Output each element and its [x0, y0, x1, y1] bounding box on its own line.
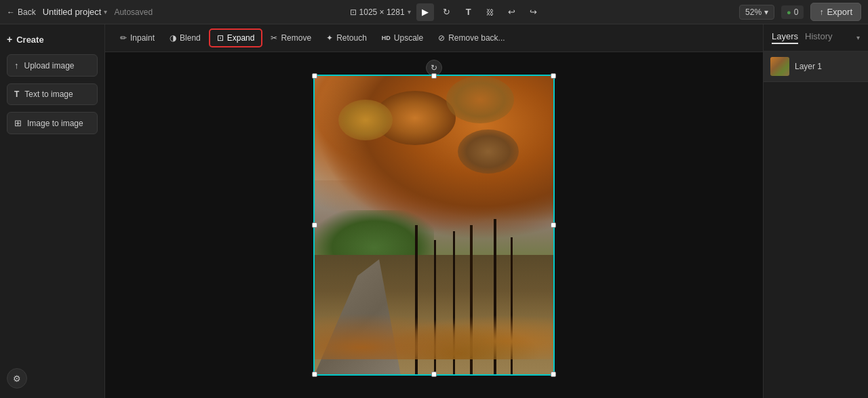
- text-to-image-label: Text to image: [24, 89, 73, 99]
- refresh-button[interactable]: ↻: [438, 3, 456, 21]
- resize-handle-bottom-center[interactable]: [431, 372, 437, 377]
- layer-item[interactable]: Layer 1: [764, 52, 868, 82]
- wand-icon: ✦: [326, 33, 333, 43]
- text-tool-button[interactable]: T: [460, 3, 477, 21]
- resize-handle-bottom-right[interactable]: [551, 372, 556, 377]
- chevron-down-icon-dim: [408, 8, 411, 16]
- chevron-down-icon-panel: ▾: [856, 34, 860, 41]
- remove-bg-label: Remove back...: [448, 33, 505, 43]
- text-to-image-button[interactable]: T Text to image: [7, 83, 98, 105]
- upload-image-button[interactable]: ↑ Upload image: [7, 54, 98, 77]
- layer-name-label: Layer 1: [795, 62, 822, 71]
- canvas-content: ↻: [313, 75, 555, 376]
- expand-button[interactable]: ⊡ Expand: [209, 28, 263, 47]
- image-frame[interactable]: [313, 75, 555, 376]
- play-button[interactable]: ▶: [416, 3, 434, 21]
- inpaint-button[interactable]: ✏ Inpaint: [113, 30, 161, 46]
- upscale-label: Upscale: [394, 33, 423, 43]
- dimensions-label: 1025 × 1281: [359, 7, 405, 17]
- topbar-center: ⊡ 1025 × 1281 ▶ ↻ T ⛓ ↩ ↪: [350, 3, 542, 21]
- main-content: + Create ↑ Upload image T Text to image …: [0, 24, 868, 398]
- leaf-cluster-3: [338, 100, 393, 140]
- redo-button[interactable]: ↪: [525, 3, 542, 21]
- remove-label: Remove: [281, 33, 311, 43]
- tool-bar: ✏ Inpaint ◑ Blend ⊡ Expand ✂ Remove ✦ Re…: [105, 24, 763, 52]
- frame-icon: ⊡: [350, 7, 357, 17]
- canvas-wrapper[interactable]: ↻: [105, 52, 763, 398]
- resize-handle-middle-right[interactable]: [551, 222, 556, 228]
- layer-thumb-image: [770, 57, 789, 76]
- zoom-control[interactable]: 52%: [739, 5, 774, 20]
- upload-image-label: Upload image: [24, 61, 75, 71]
- history-tab[interactable]: History: [805, 31, 832, 44]
- plus-icon: +: [7, 34, 12, 45]
- refresh-icon: ↻: [443, 7, 450, 17]
- inpaint-label: Inpaint: [130, 33, 155, 43]
- blend-button[interactable]: ◑ Blend: [163, 30, 208, 46]
- layers-tab[interactable]: Layers: [772, 31, 798, 44]
- user-icon: ●: [787, 8, 791, 16]
- leaf-cluster-4: [458, 130, 519, 174]
- export-icon: ↑: [819, 7, 823, 17]
- resize-handle-bottom-left[interactable]: [312, 372, 317, 377]
- remove-bg-button[interactable]: ⊘ Remove back...: [431, 30, 511, 46]
- export-button[interactable]: ↑ Export: [810, 3, 861, 21]
- text-to-image-icon: T: [14, 89, 19, 99]
- layers-tab-label: Layers: [772, 31, 798, 41]
- canvas-dimensions: ⊡ 1025 × 1281: [350, 7, 411, 17]
- expand-icon: ⊡: [217, 33, 224, 43]
- fallen-leaves: [315, 300, 553, 359]
- chevron-down-icon: [104, 8, 107, 16]
- play-icon: ▶: [422, 7, 429, 17]
- resize-handle-top-left[interactable]: [312, 73, 317, 79]
- blend-icon: ◑: [170, 33, 176, 43]
- upscale-button[interactable]: HD Upscale: [375, 30, 430, 46]
- layer-thumbnail: [770, 57, 789, 76]
- left-sidebar: + Create ↑ Upload image T Text to image …: [0, 24, 105, 398]
- image-to-image-icon: ⊞: [14, 118, 22, 128]
- top-bar: Back Untitled project Autosaved ⊡ 1025 ×…: [0, 0, 868, 24]
- scissors-icon: ✂: [271, 33, 277, 43]
- topbar-right: 52% ● 0 ↑ Export: [739, 3, 861, 21]
- project-name-label: Untitled project: [43, 7, 102, 17]
- canvas-area: ✏ Inpaint ◑ Blend ⊡ Expand ✂ Remove ✦ Re…: [105, 24, 763, 398]
- project-name[interactable]: Untitled project: [43, 7, 108, 17]
- upload-icon: ↑: [14, 60, 19, 71]
- resize-handle-top-right[interactable]: [551, 73, 556, 79]
- leaf-cluster-2: [446, 76, 514, 123]
- toolbar-icons: ▶ ↻ T ⛓ ↩ ↪: [416, 3, 542, 21]
- retouch-button[interactable]: ✦ Retouch: [319, 30, 374, 46]
- image-to-image-label: Image to image: [27, 119, 83, 128]
- back-button[interactable]: Back: [7, 7, 36, 17]
- resize-handle-middle-left[interactable]: [312, 222, 317, 228]
- panel-tabs: Layers History: [772, 31, 832, 44]
- sidebar-footer: ⚙: [7, 368, 98, 389]
- back-label: Back: [18, 7, 36, 17]
- retouch-label: Retouch: [336, 33, 367, 43]
- undo-icon: ↩: [508, 7, 515, 17]
- image-to-image-button[interactable]: ⊞ Image to image: [7, 112, 98, 134]
- redo-icon: ↪: [530, 7, 537, 17]
- arrow-left-icon: [7, 7, 15, 17]
- chevron-down-icon-zoom: [764, 7, 768, 17]
- right-panel: Layers History ▾ Layer 1: [763, 24, 868, 398]
- remove-button[interactable]: ✂ Remove: [264, 30, 318, 46]
- text-icon: T: [466, 7, 471, 17]
- undo-button[interactable]: ↩: [503, 3, 521, 21]
- expand-label: Expand: [227, 33, 255, 43]
- user-count: 0: [794, 7, 799, 17]
- settings-icon: ⚙: [13, 374, 21, 384]
- panel-header: Layers History ▾: [764, 24, 868, 52]
- remove-bg-icon: ⊘: [438, 33, 445, 43]
- link-icon: ⛓: [486, 8, 494, 16]
- zoom-label: 52%: [745, 7, 762, 17]
- user-badge: ● 0: [781, 5, 804, 19]
- inpaint-icon: ✏: [120, 33, 127, 43]
- create-section-label: + Create: [7, 34, 98, 45]
- link-button[interactable]: ⛓: [481, 3, 499, 21]
- settings-button[interactable]: ⚙: [7, 368, 27, 389]
- refresh-canvas-icon: ↻: [431, 63, 437, 73]
- export-label: Export: [827, 7, 852, 17]
- resize-handle-top-center[interactable]: [431, 73, 437, 79]
- canvas-image: [315, 76, 553, 374]
